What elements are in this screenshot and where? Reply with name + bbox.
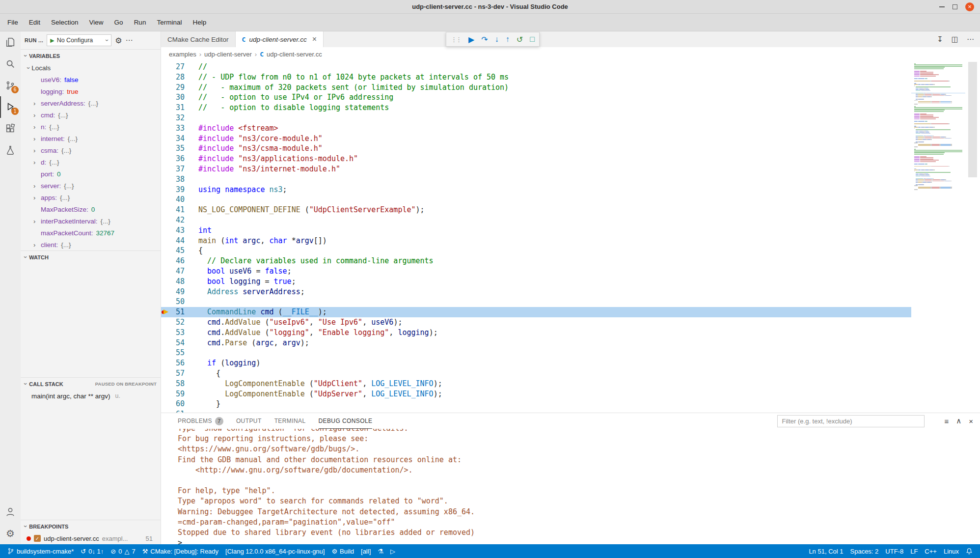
maximize-icon[interactable] — [953, 4, 957, 9]
status-os[interactable]: Linux — [940, 544, 962, 558]
variable-row[interactable]: useV6:false — [21, 74, 161, 85]
code-line[interactable]: 59 LogComponentEnable ("UdpServer", LOG_… — [161, 389, 980, 399]
continue-icon[interactable]: ▶ — [468, 35, 474, 44]
line-number[interactable]: 41 — [172, 205, 185, 215]
code-line[interactable]: 31// - option to disable logging stateme… — [161, 103, 980, 113]
status-launch-target[interactable]: ▷ — [387, 544, 399, 558]
menu-run[interactable]: Run — [129, 14, 152, 31]
variable-row[interactable]: port:0 — [21, 168, 161, 180]
code-line[interactable]: 58 LogComponentEnable ("UdpClient", LOG_… — [161, 379, 980, 389]
code-line[interactable]: 38 — [161, 174, 980, 185]
maximize-panel-icon[interactable]: ∧ — [956, 417, 961, 425]
line-number[interactable]: 31 — [172, 103, 185, 113]
line-number[interactable]: 49 — [172, 287, 185, 297]
line-number[interactable]: 45 — [172, 246, 185, 256]
status-sync-changes[interactable]: ↺ 0↓ 1↑ — [77, 544, 107, 558]
code-line[interactable]: 37#include "ns3/internet-module.h" — [161, 164, 980, 174]
line-number[interactable]: 48 — [172, 277, 185, 287]
test-explorer-icon[interactable] — [0, 140, 21, 161]
line-number[interactable]: 50 — [172, 297, 185, 307]
tab-udp-client-server[interactable]: C udp-client-server.cc × — [236, 31, 324, 47]
line-number[interactable]: 40 — [172, 195, 185, 205]
settings-gear-icon[interactable]: ⚙ — [0, 523, 21, 544]
status-eol[interactable]: LF — [907, 544, 921, 558]
code-editor[interactable]: 27//28// - UDP flow from n0 to n1 of 102… — [161, 61, 980, 413]
menu-help[interactable]: Help — [187, 14, 212, 31]
minimap[interactable] — [911, 61, 965, 413]
editor-scrollbar[interactable] — [965, 61, 980, 413]
tab-problems[interactable]: PROBLEMS 7 — [178, 413, 223, 429]
account-icon[interactable] — [0, 501, 21, 523]
code-line[interactable]: 40 — [161, 195, 980, 205]
close-panel-icon[interactable]: × — [969, 417, 973, 425]
breakpoint-item[interactable]: ✓ udp-client-server.cc exampl... 51 — [21, 532, 161, 544]
breadcrumb-folder[interactable]: examples — [169, 51, 196, 58]
line-number[interactable]: 55 — [172, 348, 185, 358]
line-number[interactable]: 47 — [172, 266, 185, 277]
variable-row[interactable]: ›csma:{...} — [21, 144, 161, 156]
code-line[interactable]: 60 } — [161, 399, 980, 409]
code-line[interactable]: 41NS_LOG_COMPONENT_DEFINE ("UdpClientSer… — [161, 205, 980, 215]
download-icon[interactable]: ↧ — [937, 35, 943, 44]
variable-row[interactable]: logging:true — [21, 85, 161, 97]
variable-row[interactable]: ›internet:{...} — [21, 133, 161, 144]
status-notifications[interactable] — [962, 544, 976, 558]
console-filter-input[interactable] — [777, 415, 925, 427]
line-number[interactable]: 27 — [172, 62, 185, 72]
line-number[interactable]: 52 — [172, 317, 185, 328]
code-line[interactable]: 27// — [161, 62, 980, 72]
menu-terminal[interactable]: Terminal — [151, 14, 187, 31]
code-line[interactable]: 49 Address serverAddress; — [161, 287, 980, 297]
more-actions-icon[interactable]: ⋯ — [967, 35, 974, 44]
code-line[interactable]: 53 cmd.AddValue ("logging", "Enable logg… — [161, 328, 980, 338]
line-number[interactable]: 35 — [172, 143, 185, 154]
menu-edit[interactable]: Edit — [24, 14, 46, 31]
status-debug-target[interactable]: ⚗ — [374, 544, 387, 558]
code-line[interactable]: 46 // Declare variables used in command-… — [161, 256, 980, 266]
code-lines[interactable]: 27//28// - UDP flow from n0 to n1 of 102… — [161, 61, 980, 413]
line-number[interactable]: 58 — [172, 379, 185, 389]
status-encoding[interactable]: UTF-8 — [882, 544, 907, 558]
call-stack-header[interactable]: › CALL STACK PAUSED ON BREAKPOINT — [21, 377, 161, 390]
code-line[interactable]: 39using namespace ns3; — [161, 185, 980, 195]
line-number[interactable]: 42 — [172, 215, 185, 225]
status-build-button[interactable]: ⚙ Build — [328, 544, 357, 558]
stack-frame[interactable]: main(int argc, char ** argv) u. — [21, 390, 161, 402]
explorer-icon[interactable] — [0, 31, 21, 53]
line-number[interactable]: 36 — [172, 154, 185, 164]
line-number[interactable]: 29 — [172, 83, 185, 93]
code-line[interactable]: 47 bool useV6 = false; — [161, 266, 980, 277]
run-debug-icon[interactable]: 1 — [0, 96, 21, 118]
code-line[interactable]: 28// - UDP flow from n0 to n1 of 1024 by… — [161, 72, 980, 83]
line-number[interactable]: 44 — [172, 236, 185, 246]
step-into-icon[interactable]: ↓ — [495, 35, 499, 44]
code-line[interactable]: 57 { — [161, 368, 980, 379]
variable-row[interactable]: ›interPacketInterval:{...} — [21, 215, 161, 227]
minimize-icon[interactable] — [939, 6, 945, 7]
step-over-icon[interactable]: ↷ — [481, 35, 488, 44]
status-cursor-position[interactable]: Ln 51, Col 1 — [805, 544, 846, 558]
menu-view[interactable]: View — [84, 14, 109, 31]
source-control-icon[interactable]: 6 — [0, 75, 21, 96]
code-line[interactable]: 44main (int argc, char *argv[]) — [161, 236, 980, 246]
tab-output[interactable]: OUTPUT — [236, 413, 262, 429]
status-language[interactable]: C++ — [921, 544, 940, 558]
line-number[interactable]: 32 — [172, 113, 185, 123]
status-cmake[interactable]: ⚒ CMake: [Debug]: Ready — [139, 544, 222, 558]
breadcrumb-folder[interactable]: udp-client-server — [204, 51, 252, 58]
breakpoint-checkbox[interactable]: ✓ — [34, 535, 41, 542]
scrollbar-slider[interactable] — [968, 62, 977, 177]
stop-icon[interactable]: □ — [530, 35, 535, 44]
code-line[interactable]: 29// - maximum of 320 packets sent (or l… — [161, 83, 980, 93]
code-line[interactable]: 45{ — [161, 246, 980, 256]
code-line[interactable]: 51 CommandLine cmd (__FILE__); — [161, 307, 980, 317]
scope-locals[interactable]: › Locals — [21, 62, 161, 74]
variable-row[interactable]: ›serverAddress:{...} — [21, 97, 161, 109]
code-line[interactable]: 48 bool logging = true; — [161, 277, 980, 287]
code-line[interactable]: 33#include <fstream> — [161, 123, 980, 134]
code-line[interactable]: 55 — [161, 348, 980, 358]
variables-header[interactable]: › VARIABLES — [21, 49, 161, 62]
line-number[interactable]: 28 — [172, 72, 185, 83]
variable-row[interactable]: ›server:{...} — [21, 180, 161, 192]
status-indentation[interactable]: Spaces: 2 — [847, 544, 882, 558]
